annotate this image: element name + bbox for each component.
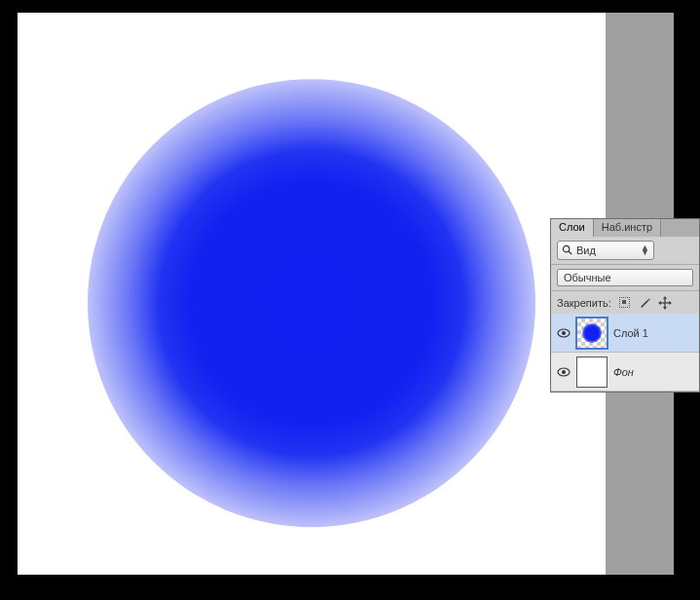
tab-layers[interactable]: Слои xyxy=(551,219,594,237)
visibility-toggle-icon[interactable] xyxy=(557,365,571,379)
canvas[interactable] xyxy=(18,13,606,575)
svg-marker-6 xyxy=(658,301,661,305)
tab-presets[interactable]: Наб.инстр xyxy=(594,219,661,237)
search-icon xyxy=(562,244,572,257)
blend-mode-row: Обычные xyxy=(551,264,699,291)
svg-marker-4 xyxy=(663,296,667,299)
lock-paint-icon[interactable] xyxy=(638,295,652,310)
canvas-content-circle xyxy=(88,79,535,527)
layer-item[interactable]: Фон xyxy=(551,353,699,392)
layer-name-label[interactable]: Слой 1 xyxy=(613,327,648,339)
svg-line-1 xyxy=(569,250,571,253)
svg-point-11 xyxy=(562,370,566,374)
blend-mode-dropdown[interactable]: Обычные xyxy=(557,269,693,286)
layer-name-label[interactable]: Фон xyxy=(613,366,634,378)
layers-panel: Слои Наб.инстр Вид ▲▼ Обычные Закрепить: xyxy=(550,218,700,393)
lock-label: Закрепить: xyxy=(557,297,611,309)
lock-transparency-icon[interactable] xyxy=(617,295,632,310)
view-dropdown[interactable]: Вид ▲▼ xyxy=(557,241,654,260)
svg-marker-7 xyxy=(669,301,672,305)
svg-point-9 xyxy=(562,331,566,335)
visibility-toggle-icon[interactable] xyxy=(557,326,571,340)
panel-tabs: Слои Наб.инстр xyxy=(551,219,699,237)
thumb-content xyxy=(582,323,602,343)
layer-item[interactable]: Слой 1 xyxy=(551,314,699,353)
layer-thumbnail[interactable] xyxy=(576,318,608,349)
lock-position-icon[interactable] xyxy=(658,295,673,310)
svg-point-0 xyxy=(563,245,569,251)
view-dropdown-label: Вид xyxy=(576,244,641,256)
layer-thumbnail[interactable] xyxy=(576,356,608,388)
svg-marker-5 xyxy=(663,307,667,310)
filter-row: Вид ▲▼ xyxy=(551,237,699,264)
lock-row: Закрепить: xyxy=(551,291,699,314)
dropdown-arrows-icon: ▲▼ xyxy=(641,245,649,256)
layers-list: Слой 1 Фон xyxy=(551,314,699,392)
